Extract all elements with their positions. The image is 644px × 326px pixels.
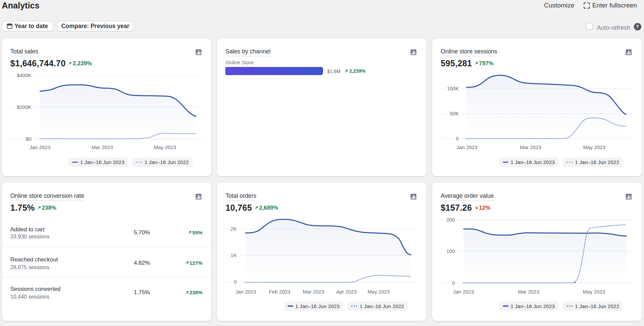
svg-text:$0: $0 (26, 136, 31, 142)
svg-text:Jan 2023: Jan 2023 (29, 144, 50, 150)
svg-text:1K: 1K (231, 252, 237, 258)
svg-text:100K: 100K (447, 86, 459, 91)
svg-text:0: 0 (456, 136, 459, 141)
svg-text:Feb 2023: Feb 2023 (269, 288, 290, 294)
svg-text:Mar 2023: Mar 2023 (520, 144, 541, 150)
svg-text:$200K: $200K (17, 104, 31, 110)
svg-text:Apr 2023: Apr 2023 (336, 288, 357, 294)
svg-text:May 2023: May 2023 (154, 144, 176, 150)
svg-text:May 2023: May 2023 (583, 288, 605, 294)
svg-text:0: 0 (452, 280, 455, 285)
svg-text:Jan 2023: Jan 2023 (453, 288, 474, 294)
svg-text:May 2023: May 2023 (368, 288, 390, 294)
svg-text:Mar 2023: Mar 2023 (303, 288, 324, 294)
svg-text:May 2023: May 2023 (583, 144, 605, 150)
svg-text:0: 0 (234, 279, 237, 284)
svg-text:Jan 2023: Jan 2023 (236, 288, 256, 294)
svg-text:Jan 2023: Jan 2023 (456, 144, 477, 150)
svg-text:2K: 2K (231, 226, 237, 231)
svg-text:Mar 2023: Mar 2023 (518, 288, 539, 294)
svg-text:Mar 2023: Mar 2023 (91, 144, 113, 150)
svg-text:$400K: $400K (17, 72, 31, 78)
svg-text:200: 200 (447, 217, 455, 223)
svg-text:50K: 50K (450, 111, 459, 116)
svg-text:100: 100 (447, 248, 455, 254)
